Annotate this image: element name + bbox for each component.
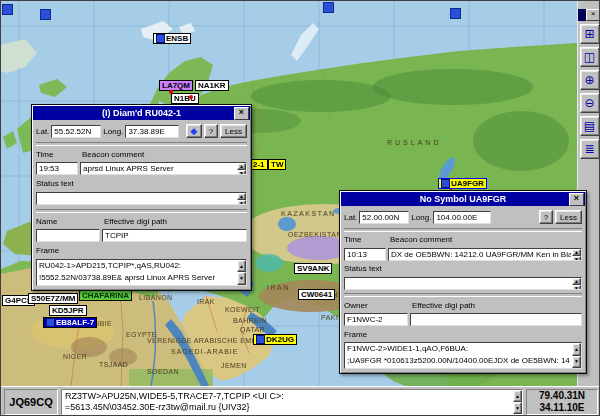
time-label: Time xyxy=(36,150,80,159)
app-window: RUSLANDKAZAKSTANOEZBEKISTANIRANAFGHANIST… xyxy=(0,0,600,416)
lat-field[interactable]: 55.52.52N xyxy=(51,125,101,138)
station-label[interactable]: KD5JPR xyxy=(49,305,87,316)
help-button[interactable]: ? xyxy=(539,210,553,224)
station-label[interactable]: UA9FGR xyxy=(438,178,487,189)
station-marker-dot[interactable] xyxy=(169,90,173,94)
symbol-button[interactable]: ◆ xyxy=(186,124,202,138)
scroll-up-icon[interactable]: ▲ xyxy=(237,193,246,200)
scroll-down-icon[interactable]: ▼ xyxy=(513,402,522,414)
status-text-field[interactable]: ▲▼ xyxy=(344,277,582,290)
dialog-title: No Symbol UA9FGR xyxy=(420,194,507,204)
less-button[interactable]: Less xyxy=(220,124,247,138)
station-symbol-icon[interactable] xyxy=(450,8,461,19)
station-label[interactable]: NA1KR xyxy=(195,80,229,91)
scroll-up-icon[interactable]: ▲ xyxy=(237,260,246,273)
lat-label: Lat. xyxy=(344,213,357,222)
station-label[interactable]: DK2UG xyxy=(253,334,297,345)
name-field[interactable] xyxy=(36,229,100,242)
station-symbol-icon[interactable] xyxy=(40,9,51,20)
station-label[interactable]: CHAFARINA xyxy=(79,290,132,301)
station-label[interactable]: TW xyxy=(268,159,286,170)
scroll-up-icon[interactable]: ▲ xyxy=(572,278,581,285)
country-label: RUSLAND xyxy=(387,139,441,146)
monitor-line1: RZ3TW>APU25N,WIDE5-5,TRACE7-7,TCPIP <UI … xyxy=(65,391,510,402)
frame-box[interactable]: F1NWC-2>WIDE1-1,qAO,F6BUA: ;UA9FGR *0106… xyxy=(344,342,582,369)
station-callsign: UA9FGR xyxy=(451,179,484,188)
frame-label: Frame xyxy=(344,330,367,339)
station-label[interactable]: SV9ANK xyxy=(294,263,332,274)
station-label[interactable]: CW0641 xyxy=(298,289,335,300)
station-marker-dot[interactable] xyxy=(189,95,193,99)
time-field[interactable]: 10:13 xyxy=(344,248,386,261)
station-label[interactable]: S50E7Z/MM xyxy=(28,293,78,304)
map-icon[interactable]: ◫ xyxy=(580,47,600,67)
station-callsign: ENSB xyxy=(166,34,188,43)
app-titlebar-fragment[interactable]: × xyxy=(578,9,600,21)
less-button[interactable]: Less xyxy=(555,210,582,224)
scroll-down-icon[interactable]: ▼ xyxy=(572,256,581,260)
station-callsign: CW0641 xyxy=(301,290,332,299)
dialog-titlebar[interactable]: (I) Diam'd RU042-1 × xyxy=(33,106,250,120)
help-button[interactable]: ? xyxy=(204,124,218,138)
country-label: LIBANON xyxy=(139,294,173,301)
close-icon[interactable]: × xyxy=(234,107,249,120)
scroll-up-icon[interactable]: ▲ xyxy=(572,343,581,356)
zoom-in-icon[interactable]: ⊕ xyxy=(580,70,600,90)
close-icon[interactable]: × xyxy=(569,193,584,206)
station-label[interactable]: LA7QM xyxy=(159,80,193,91)
cursor-longitude: 34.11.10E xyxy=(539,402,584,414)
labels-icon[interactable]: ▤ xyxy=(580,116,600,136)
scroll-up-icon[interactable]: ▲ xyxy=(572,249,581,256)
scroll-up-icon[interactable]: ▲ xyxy=(513,390,522,402)
app-close-icon[interactable]: × xyxy=(586,9,600,21)
time-field[interactable]: 19:53 xyxy=(36,162,78,175)
list-icon[interactable]: ≣ xyxy=(580,139,600,159)
scroll-down-icon[interactable]: ▼ xyxy=(572,356,581,369)
lat-field[interactable]: 52.00.00N xyxy=(359,211,409,224)
beacon-comment-field[interactable]: aprsd Linux APRS Server ▲▼ xyxy=(80,162,247,175)
beacon-label: Beacon comment xyxy=(82,150,144,159)
status-label: Status text xyxy=(36,179,74,188)
station-label[interactable]: N1BU xyxy=(171,93,199,104)
scroll-down-icon[interactable]: ▼ xyxy=(572,285,581,289)
country-label: NIGER xyxy=(63,353,87,360)
beacon-comment-field[interactable]: DX de OE5BWN: 14212.0 UA9FGR/MM Ken in B… xyxy=(388,248,582,261)
country-label: SOEDAN xyxy=(147,368,179,375)
zoom-out-icon[interactable]: ⊖ xyxy=(580,93,600,113)
dialog-titlebar[interactable]: No Symbol UA9FGR × xyxy=(341,192,585,206)
lat-label: Lat. xyxy=(36,127,49,136)
long-label: Long. xyxy=(411,213,431,222)
scroll-down-icon[interactable]: ▼ xyxy=(237,170,246,174)
country-label: TSJAAD xyxy=(99,361,128,368)
monitor-window: RZ3TW>APU25N,WIDE5-5,TRACE7-7,TCPIP <UI … xyxy=(61,389,523,415)
scroll-down-icon[interactable]: ▼ xyxy=(237,272,246,285)
country-label: JEMEN xyxy=(221,362,247,369)
long-field[interactable]: 104.00.00E xyxy=(433,211,491,224)
owner-field[interactable]: F1NWC-2 xyxy=(344,313,408,326)
station-callsign: NA1KR xyxy=(198,81,226,90)
digi-path-field[interactable]: TCPIP xyxy=(102,229,247,242)
dialog-title: (I) Diam'd RU042-1 xyxy=(102,108,181,118)
country-label: KAZAKSTAN xyxy=(281,210,336,217)
long-field[interactable]: 37.38.89E xyxy=(125,125,179,138)
station-callsign: KD5JPR xyxy=(52,306,84,315)
station-symbol-icon[interactable] xyxy=(2,4,13,15)
station-info-dialog-ua9fgr: No Symbol UA9FGR × Lat. 52.00.00N Long. … xyxy=(339,190,587,374)
station-label[interactable]: ENSB xyxy=(153,33,191,44)
frame-box[interactable]: RU042-1>APD215,TCPIP*,qAS,RU042: !5552.5… xyxy=(36,259,247,286)
station-symbol-icon[interactable] xyxy=(323,2,334,13)
digi-path-field[interactable] xyxy=(410,313,582,326)
station-label[interactable]: EB8ALF-7 xyxy=(43,317,97,328)
country-label: BAHREIN xyxy=(233,317,267,324)
station-callsign: LA7QM xyxy=(162,81,190,90)
scroll-down-icon[interactable]: ▼ xyxy=(237,200,246,204)
toolbar-buttons: ⊞◫⊕⊖▤≣ xyxy=(578,24,600,159)
station-label[interactable]: 2-1 xyxy=(250,159,268,170)
frame-label: Frame xyxy=(36,246,59,255)
digi-label: Effective digi path xyxy=(104,217,167,226)
station-callsign: SV9ANK xyxy=(297,264,329,273)
scroll-up-icon[interactable]: ▲ xyxy=(237,163,246,170)
new-window-icon[interactable]: ⊞ xyxy=(580,24,600,44)
status-text-field[interactable]: ▲▼ xyxy=(36,192,247,205)
station-callsign: S50E7Z/MM xyxy=(31,294,75,303)
